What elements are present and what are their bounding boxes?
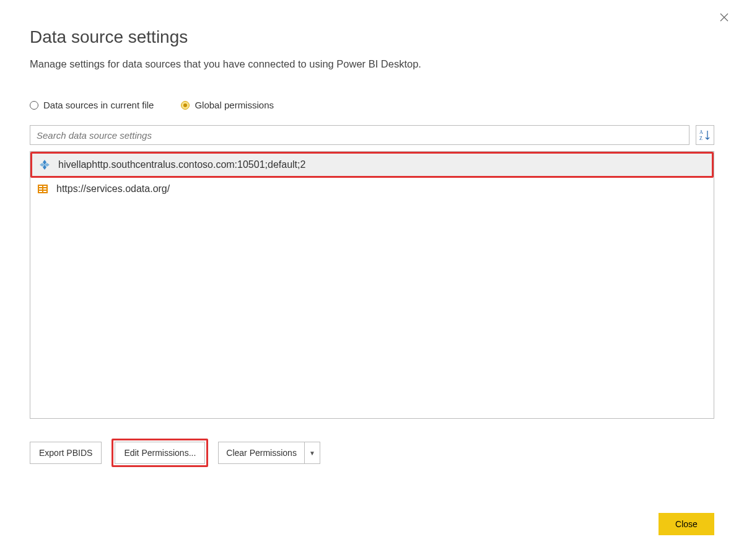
action-button-row: Export PBIDS Edit Permissions... Clear P…	[30, 439, 714, 467]
svg-text:A: A	[699, 129, 703, 135]
svg-rect-6	[43, 186, 46, 187]
svg-rect-3	[39, 186, 42, 187]
list-item[interactable]: https://services.odata.org/	[30, 178, 714, 200]
export-pbids-button[interactable]: Export PBIDS	[30, 442, 102, 464]
list-item-label: hivellaphttp.southcentralus.contoso.com:…	[58, 159, 305, 170]
svg-text:Z: Z	[699, 136, 702, 141]
radio-label: Data sources in current file	[43, 100, 154, 110]
sort-button[interactable]: A Z	[696, 125, 714, 145]
radio-global-permissions[interactable]: Global permissions	[181, 100, 274, 110]
close-icon[interactable]	[719, 12, 729, 22]
scope-radio-group: Data sources in current file Global perm…	[30, 100, 714, 110]
search-input[interactable]	[30, 125, 689, 145]
clear-permissions-button[interactable]: Clear Permissions ▼	[218, 442, 320, 464]
svg-rect-8	[43, 191, 46, 192]
close-button[interactable]: Close	[659, 513, 714, 535]
edit-permissions-highlight: Edit Permissions...	[112, 439, 208, 467]
chevron-down-icon[interactable]: ▼	[305, 442, 320, 463]
radio-icon	[181, 101, 190, 110]
page-title: Data source settings	[30, 27, 714, 47]
svg-rect-4	[39, 188, 42, 190]
dialog-footer: Close	[659, 513, 714, 535]
radio-label: Global permissions	[195, 100, 274, 110]
search-row: A Z	[30, 125, 714, 145]
list-item-label: https://services.odata.org/	[56, 183, 170, 195]
clear-permissions-label: Clear Permissions	[219, 442, 305, 463]
hive-source-icon	[38, 159, 51, 171]
svg-rect-5	[39, 191, 42, 192]
list-item[interactable]: hivellaphttp.southcentralus.contoso.com:…	[30, 152, 714, 178]
radio-current-file[interactable]: Data sources in current file	[30, 100, 154, 110]
sort-az-icon: A Z	[699, 129, 711, 141]
page-subtitle: Manage settings for data sources that yo…	[30, 58, 714, 70]
radio-icon	[30, 101, 38, 110]
odata-source-icon	[37, 183, 49, 195]
data-source-list[interactable]: hivellaphttp.southcentralus.contoso.com:…	[30, 151, 714, 419]
svg-rect-7	[43, 188, 46, 190]
edit-permissions-button[interactable]: Edit Permissions...	[115, 442, 205, 464]
